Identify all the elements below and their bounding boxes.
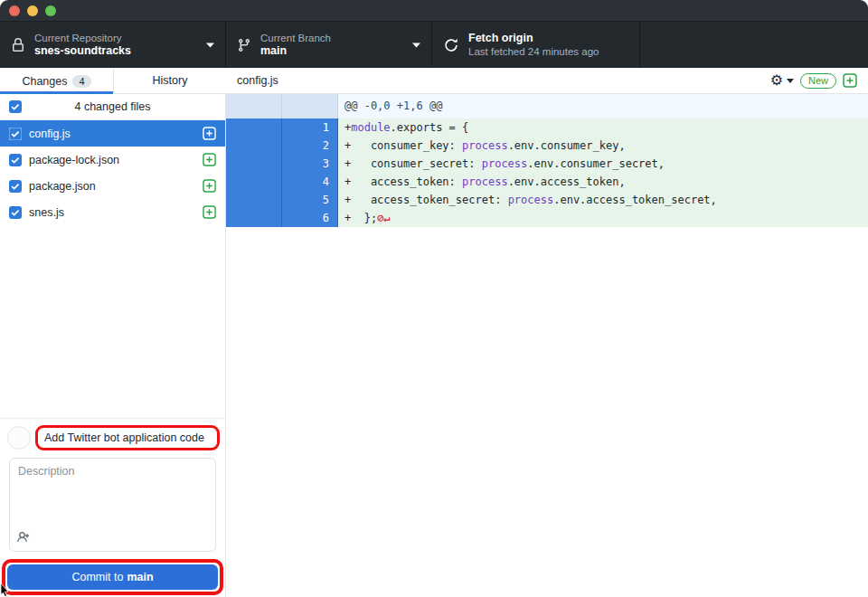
diff-line[interactable]: 5+ access_token_secret: process.env.acce…: [226, 191, 868, 209]
code-segment: process: [462, 175, 508, 188]
file-row[interactable]: package.json: [0, 173, 225, 199]
gutter-old-line[interactable]: [226, 209, 282, 227]
file-row[interactable]: package-lock.json: [0, 147, 225, 173]
commit-summary-input[interactable]: [39, 429, 216, 447]
plus-square-icon: [843, 73, 857, 88]
tab-changes[interactable]: Changes 4: [0, 68, 113, 94]
fetch-subtitle: Last fetched 24 minutes ago: [468, 45, 599, 58]
branch-name: main: [260, 44, 331, 59]
gutter-old-line[interactable]: [226, 118, 282, 137]
added-status-icon: [203, 153, 216, 166]
file-checkbox[interactable]: [9, 180, 22, 193]
gutter-old-line[interactable]: [226, 173, 282, 191]
changed-files-count: 4 changed files: [74, 100, 150, 113]
code-segment: module: [351, 121, 390, 134]
diff-code-text: + access_token_secret: process.env.acces…: [338, 191, 868, 209]
diff-line[interactable]: 3+ consumer_secret: process.env.consumer…: [226, 155, 868, 173]
diff-header-bar: config.js ⚙ New: [226, 68, 868, 94]
file-row[interactable]: config.js: [0, 120, 225, 147]
file-name: package.json: [29, 180, 96, 193]
code-segment: + consumer_key:: [344, 139, 462, 152]
hunk-header-text: @@ -0,0 +1,6 @@: [338, 94, 868, 118]
gutter-old-line[interactable]: [226, 137, 282, 155]
gutter-new-line-number[interactable]: 5: [282, 191, 338, 209]
added-status-icon: [203, 127, 216, 140]
tab-history[interactable]: History: [113, 68, 226, 94]
diff-line[interactable]: 4+ access_token: process.env.access_toke…: [226, 173, 868, 191]
code-segment: .env.consumer_secret,: [527, 157, 665, 170]
sync-icon: [443, 37, 459, 53]
code-segment: + access_token:: [344, 175, 462, 188]
file-name: config.js: [29, 128, 71, 140]
gear-icon: ⚙: [770, 73, 783, 88]
file-checkbox[interactable]: [9, 128, 22, 140]
add-coauthor-button[interactable]: [17, 530, 32, 545]
added-status-icon: [203, 179, 216, 193]
hunk-gutter-old: [226, 94, 282, 118]
fetch-origin-button[interactable]: Fetch origin Last fetched 24 minutes ago: [432, 22, 640, 68]
code-segment: .exports = {: [391, 121, 469, 134]
file-checkbox[interactable]: [9, 206, 22, 219]
diff-line[interactable]: 6+ };⊘↵: [226, 209, 868, 227]
person-add-icon: [17, 530, 32, 545]
changes-sidebar: 4 changed files config.jspackage-lock.js…: [0, 94, 226, 597]
mouse-cursor: [0, 583, 11, 597]
git-branch-icon: [237, 38, 251, 52]
file-row[interactable]: snes.js: [0, 199, 225, 225]
code-segment: .env.access_token_secret,: [553, 194, 717, 206]
commit-button[interactable]: Commit tomain: [7, 564, 218, 590]
description-placeholder: Description: [18, 465, 75, 478]
gutter-new-line-number[interactable]: 1: [282, 118, 338, 137]
tabs-row: Changes 4 History config.js ⚙ New: [0, 68, 868, 94]
chevron-down-icon: [787, 79, 794, 83]
diff-view: @@ -0,0 +1,6 @@ 1+module.exports = {2+ c…: [226, 94, 868, 597]
diff-line[interactable]: 2+ consumer_key: process.env.consumer_ke…: [226, 137, 868, 155]
diff-lines: 1+module.exports = {2+ consumer_key: pro…: [226, 118, 868, 227]
hunk-gutter-new: [282, 94, 338, 118]
file-checkbox[interactable]: [9, 154, 22, 166]
commit-form: Description Commit tomain: [0, 418, 225, 597]
repository-name: snes-soundtracks: [34, 44, 131, 59]
code-segment: .env.access_token,: [508, 175, 626, 188]
gutter-new-line-number[interactable]: 6: [282, 209, 338, 227]
diff-code-text: + consumer_secret: process.env.consumer_…: [338, 155, 868, 173]
code-segment: .env.consumer_key,: [508, 139, 626, 152]
code-segment: process: [462, 139, 508, 152]
zoom-window-button[interactable]: [45, 5, 56, 16]
new-badge: New: [800, 73, 836, 89]
chevron-down-icon: [206, 43, 214, 48]
changed-files-list: config.jspackage-lock.jsonpackage.jsonsn…: [0, 120, 225, 225]
no-newline-marker-icon: ⊘↵: [377, 212, 390, 224]
code-segment: + consumer_secret:: [344, 157, 482, 170]
diff-line[interactable]: 1+module.exports = {: [226, 118, 868, 137]
file-list-empty-space: [0, 225, 225, 418]
lock-icon: [11, 38, 25, 52]
commit-description-textarea[interactable]: Description: [9, 458, 216, 552]
toolbar: Current Repository snes-soundtracks Curr…: [0, 21, 868, 68]
current-repository-button[interactable]: Current Repository snes-soundtracks: [0, 22, 226, 68]
gutter-new-line-number[interactable]: 4: [282, 173, 338, 191]
expand-diff-button[interactable]: [843, 73, 857, 88]
fetch-title: Fetch origin: [468, 32, 599, 46]
gutter-old-line[interactable]: [226, 155, 282, 173]
gutter-new-line-number[interactable]: 3: [282, 155, 338, 173]
github-desktop-window: Current Repository snes-soundtracks Curr…: [0, 0, 868, 597]
commit-button-label: Commit to: [71, 571, 123, 583]
code-segment: process: [482, 157, 528, 170]
select-all-checkbox[interactable]: [9, 100, 22, 113]
tab-history-label: History: [153, 74, 188, 87]
added-status-icon: [203, 205, 216, 219]
gutter-old-line[interactable]: [226, 191, 282, 209]
chevron-down-icon: [412, 43, 420, 48]
commit-button-highlight-annotation: Commit tomain: [2, 559, 223, 595]
diff-code-text: + access_token: process.env.access_token…: [338, 173, 868, 191]
gutter-new-line-number[interactable]: 2: [282, 137, 338, 155]
diff-file-name: config.js: [237, 74, 278, 87]
toolbar-empty-space: [640, 22, 868, 68]
close-window-button[interactable]: [9, 5, 20, 16]
current-branch-button[interactable]: Current Branch main: [226, 22, 432, 68]
minimize-window-button[interactable]: [27, 5, 38, 16]
diff-code-text: + consumer_key: process.env.consumer_key…: [338, 137, 868, 155]
diff-options-button[interactable]: ⚙: [770, 73, 794, 88]
diff-code-text: +module.exports = {: [338, 118, 868, 137]
